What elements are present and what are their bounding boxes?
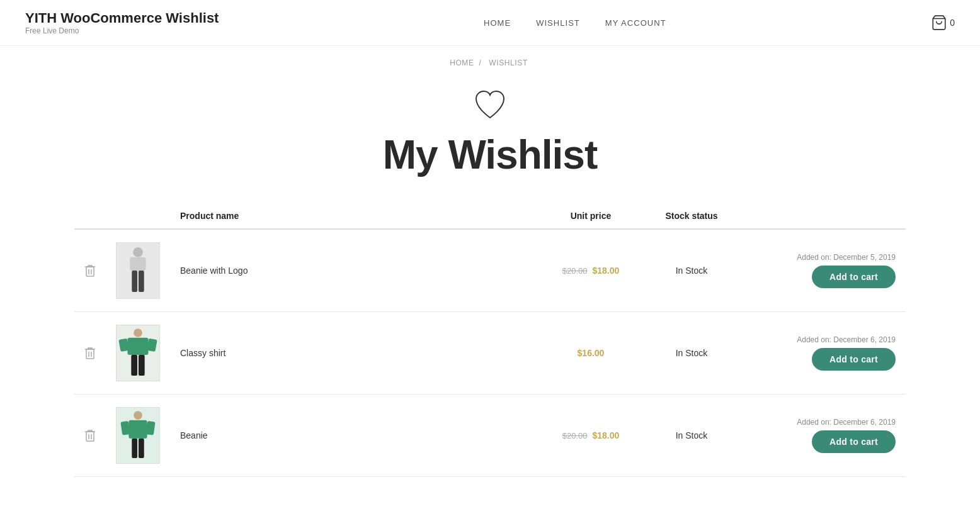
remove-cell-1 [74,229,106,312]
sale-price-3: $18.00 [592,430,619,440]
svg-rect-17 [86,432,94,441]
svg-rect-25 [139,439,144,458]
original-price-1: $20.00 [562,266,588,276]
site-subtitle: Free Live Demo [25,26,219,35]
product-image-2 [116,325,160,381]
product-svg-3 [117,407,159,464]
table-body: Beanie with Logo $20.00 $18.00 In Stock … [74,229,906,477]
header: YITH WooCommerce Wishlist Free Live Demo… [0,0,980,46]
stock-cell-1: In Stock [641,229,742,312]
col-stock-header: Stock status [641,203,742,229]
page-title: My Wishlist [0,132,980,178]
product-image-3 [116,407,160,464]
add-to-cart-button-3[interactable]: Add to cart [812,430,896,453]
remove-cell-3 [74,395,106,477]
svg-rect-21 [128,420,147,439]
remove-cell-2 [74,312,106,395]
cart-count: 0 [950,18,955,28]
sale-price-1: $18.00 [592,266,619,276]
original-price-3: $20.00 [562,431,588,440]
col-remove-header [74,203,106,229]
stock-cell-2: In Stock [641,312,742,395]
nav-my-account[interactable]: MY ACCOUNT [605,18,666,28]
svg-rect-15 [131,355,137,376]
added-on-2: Added on: December 6, 2019 [797,335,896,344]
action-cell-2: Added on: December 6, 2019 Add to cart [742,312,906,395]
svg-rect-6 [132,271,137,292]
cart-icon[interactable]: 0 [931,14,955,31]
breadcrumb-home[interactable]: HOME [450,59,474,67]
regular-price-2: $16.00 [578,348,605,358]
site-logo: YITH WooCommerce Wishlist Free Live Demo [25,10,219,35]
delete-item-2[interactable] [84,346,96,360]
price-cell-1: $20.00 $18.00 [540,229,641,312]
delete-item-3[interactable] [84,429,96,442]
product-name-2: Classy shirt [170,312,540,395]
nav-wishlist[interactable]: WISHLIST [536,18,580,28]
heart-icon [471,86,509,124]
col-price-header: Unit price [540,203,641,229]
svg-rect-8 [86,349,94,359]
product-name-1: Beanie with Logo [170,229,540,312]
delete-item-1[interactable] [84,264,96,277]
svg-point-4 [133,247,143,257]
breadcrumb: HOME / WISHLIST [0,46,980,74]
col-image-header [106,203,170,229]
svg-rect-12 [127,338,148,355]
wishlist-table: Product name Unit price Stock status [74,203,906,477]
svg-rect-1 [86,267,94,276]
svg-rect-7 [139,271,144,292]
table-row: Classy shirt $16.00 In Stock Added on: D… [74,312,906,395]
table-row: Beanie $20.00 $18.00 In Stock Added on: … [74,395,906,477]
price-cell-2: $16.00 [540,312,641,395]
svg-point-11 [134,328,142,337]
svg-rect-16 [139,355,145,376]
product-name-3: Beanie [170,395,540,477]
added-on-1: Added on: December 5, 2019 [797,253,896,262]
stock-cell-3: In Stock [641,395,742,477]
added-on-3: Added on: December 6, 2019 [797,418,896,427]
action-cell-1: Added on: December 5, 2019 Add to cart [742,229,906,312]
product-svg-1 [117,242,159,299]
product-svg-2 [117,325,159,381]
add-to-cart-button-2[interactable]: Add to cart [812,348,896,371]
wishlist-container: Product name Unit price Stock status [49,203,931,515]
svg-point-20 [134,411,142,420]
price-cell-3: $20.00 $18.00 [540,395,641,477]
svg-rect-24 [132,439,137,458]
table-header: Product name Unit price Stock status [74,203,906,229]
site-title: YITH WooCommerce Wishlist [25,10,219,26]
image-cell-2 [106,312,170,395]
col-action-header [742,203,906,229]
nav-home[interactable]: HOME [484,18,511,28]
breadcrumb-separator: / [479,59,481,67]
breadcrumb-current: WISHLIST [489,59,527,67]
svg-rect-5 [130,257,145,271]
table-row: Beanie with Logo $20.00 $18.00 In Stock … [74,229,906,312]
col-name-header: Product name [170,203,540,229]
image-cell-1 [106,229,170,312]
action-cell-3: Added on: December 6, 2019 Add to cart [742,395,906,477]
image-cell-3 [106,395,170,477]
main-nav: HOME WISHLIST MY ACCOUNT [484,18,666,28]
add-to-cart-button-1[interactable]: Add to cart [812,266,896,288]
page-hero: My Wishlist [0,74,980,203]
cart-svg [931,14,947,31]
product-image-1 [116,242,160,299]
